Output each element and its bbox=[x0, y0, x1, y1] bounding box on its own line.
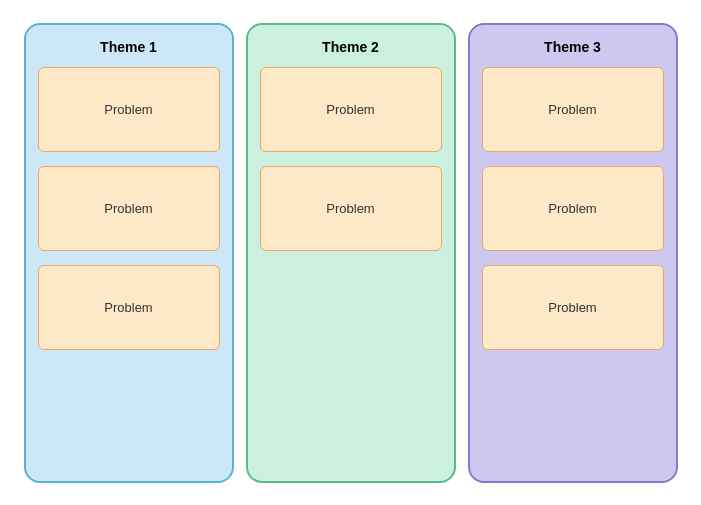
problem-card: Problem bbox=[260, 166, 442, 251]
theme-3-title: Theme 3 bbox=[482, 39, 664, 55]
problem-card: Problem bbox=[38, 67, 220, 152]
problem-card: Problem bbox=[482, 265, 664, 350]
theme-1-box: Theme 1 Problem Problem Problem bbox=[24, 23, 234, 483]
problem-card: Problem bbox=[38, 166, 220, 251]
problem-card: Problem bbox=[38, 265, 220, 350]
theme-2-title: Theme 2 bbox=[260, 39, 442, 55]
problem-card: Problem bbox=[482, 166, 664, 251]
problem-card: Problem bbox=[482, 67, 664, 152]
theme-3-box: Theme 3 Problem Problem Problem bbox=[468, 23, 678, 483]
problem-card: Problem bbox=[260, 67, 442, 152]
theme-2-box: Theme 2 Problem Problem bbox=[246, 23, 456, 483]
theme-1-title: Theme 1 bbox=[38, 39, 220, 55]
themes-container: Theme 1 Problem Problem Problem Theme 2 … bbox=[14, 13, 688, 493]
